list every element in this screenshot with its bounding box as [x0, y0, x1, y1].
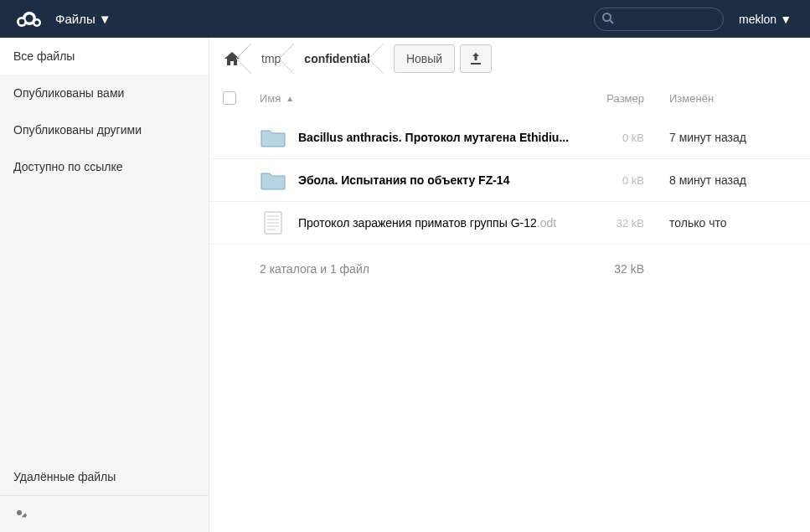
main: tmp confidential Новый Имя ▲ Размер Изме… [209, 38, 810, 532]
file-mtime: только что [669, 216, 803, 230]
search-icon [601, 12, 615, 28]
sidebar-item-shared-by-link[interactable]: Доступно по ссылке [0, 148, 209, 185]
breadcrumb: tmp confidential [219, 44, 384, 74]
svg-line-7 [610, 20, 613, 23]
column-header-label: Размер [606, 92, 644, 105]
gear-icon [12, 505, 27, 520]
controls-bar: tmp confidential Новый [209, 38, 810, 80]
breadcrumb-label: confidential [304, 52, 370, 65]
sidebar-item-all-files[interactable]: Все файлы [0, 38, 209, 75]
file-size: 32 kB [577, 217, 669, 230]
topbar: Файлы ▼ meklon ▼ [0, 0, 810, 38]
sidebar-item-label: Все файлы [13, 49, 75, 63]
sort-asc-icon: ▲ [286, 94, 294, 103]
table-row[interactable]: Эбола. Испытания по объекту FZ-14 0 kB 8… [209, 159, 810, 202]
sidebar-item-label: Опубликованы другими [13, 123, 142, 137]
table-row[interactable]: Bacillus anthracis. Протокол мутагена Et… [209, 116, 810, 159]
sidebar-item-shared-by-you[interactable]: Опубликованы вами [0, 75, 209, 111]
upload-icon [469, 52, 482, 65]
sidebar-item-label: Доступно по ссылке [13, 160, 123, 173]
file-name: Эбола. Испытания по объекту FZ-14 [298, 173, 509, 187]
sidebar-footer [0, 495, 209, 532]
search-box [594, 8, 724, 31]
svg-point-6 [603, 13, 611, 21]
select-all-checkbox[interactable] [223, 91, 236, 105]
sidebar-item-label: Удалённые файлы [13, 470, 116, 483]
column-header-name[interactable]: Имя ▲ [260, 92, 577, 105]
file-size: 0 kB [577, 174, 669, 187]
username-label: meklon [739, 13, 776, 26]
breadcrumb-segment[interactable]: tmp [251, 44, 294, 74]
file-table-header: Имя ▲ Размер Изменён [209, 80, 810, 116]
cloud-icon [15, 11, 44, 28]
column-header-modified[interactable]: Изменён [669, 92, 803, 105]
file-table-summary: 2 каталога и 1 файл 32 kB [209, 245, 810, 293]
file-size: 0 kB [577, 132, 669, 144]
file-mtime: 8 минут назад [669, 173, 803, 187]
svg-point-4 [26, 14, 34, 22]
file-name: Bacillus anthracis. Протокол мутагена Et… [298, 131, 569, 144]
settings-button[interactable] [12, 505, 27, 524]
column-header-label: Изменён [669, 92, 714, 105]
app-logo[interactable] [7, 11, 49, 28]
document-icon [260, 212, 286, 234]
folder-icon [260, 127, 286, 148]
breadcrumb-segment-current[interactable]: confidential [294, 44, 384, 74]
breadcrumb-home[interactable] [219, 44, 251, 74]
file-ext: .odt [537, 216, 556, 230]
file-name: Протокол заражения приматов группы G-12.… [298, 216, 556, 230]
caret-down-icon: ▼ [99, 12, 111, 26]
folder-icon [260, 169, 286, 191]
summary-text: 2 каталога и 1 файл [260, 262, 369, 276]
column-header-label: Имя [260, 92, 281, 105]
new-button-label: Новый [406, 52, 442, 65]
table-row[interactable]: Протокол заражения приматов группы G-12.… [209, 202, 810, 245]
new-button[interactable]: Новый [394, 44, 455, 73]
summary-size: 32 kB [577, 262, 669, 276]
user-menu[interactable]: meklon ▼ [724, 13, 803, 26]
file-mtime: 7 минут назад [669, 131, 803, 144]
sidebar-nav: Все файлы Опубликованы вами Опубликованы… [0, 38, 209, 458]
svg-point-3 [19, 18, 24, 23]
sidebar-item-label: Опубликованы вами [13, 86, 124, 100]
app-menu[interactable]: Файлы ▼ [49, 12, 118, 26]
breadcrumb-label: tmp [261, 52, 281, 65]
sidebar: Все файлы Опубликованы вами Опубликованы… [0, 38, 209, 532]
upload-button[interactable] [460, 44, 492, 73]
app-menu-label: Файлы [55, 12, 95, 26]
sidebar-item-shared-with-you[interactable]: Опубликованы другими [0, 111, 209, 148]
file-table: Имя ▲ Размер Изменён Bacillus anthracis.… [209, 80, 810, 293]
column-header-size[interactable]: Размер [577, 92, 669, 105]
svg-point-5 [35, 20, 39, 24]
sidebar-item-trash[interactable]: Удалённые файлы [0, 458, 209, 495]
caret-down-icon: ▼ [780, 13, 792, 26]
home-icon [224, 52, 240, 65]
